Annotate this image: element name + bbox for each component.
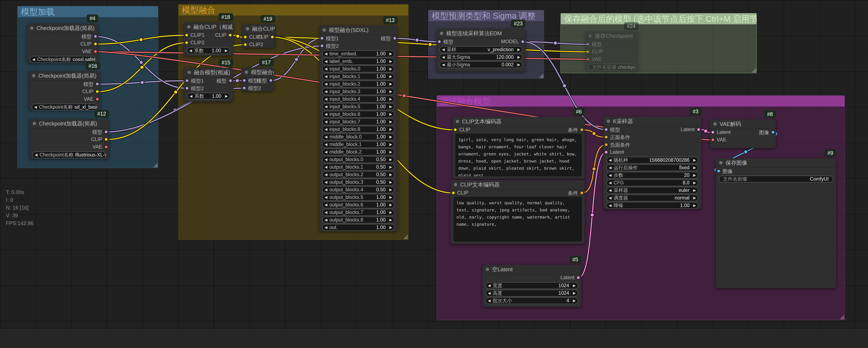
decrement-arrow-icon[interactable]: ◀ — [322, 179, 330, 185]
widget-Checkpoint名称[interactable]: ◀Checkpoint名称Illustrious-XL-v0.1.safeten… — [32, 151, 106, 158]
increment-arrow-icon[interactable]: ▶ — [387, 96, 394, 102]
input-port-VAE[interactable] — [711, 138, 715, 142]
node-title-bar[interactable]: K采样器 — [603, 117, 702, 126]
node-13[interactable]: 模型融合(SDXL)模型1模型2模型◀time_embed.1.00▶◀labe… — [319, 25, 398, 231]
decrement-arrow-icon[interactable]: ◀ — [322, 225, 330, 231]
widget-input_blocks.4[interactable]: ◀input_blocks.41.00▶ — [322, 96, 395, 103]
increment-arrow-icon[interactable]: ▶ — [691, 187, 698, 194]
decrement-arrow-icon[interactable]: ◀ — [322, 172, 330, 178]
increment-arrow-icon[interactable]: ▶ — [571, 298, 578, 304]
collapse-dot-icon[interactable] — [713, 122, 717, 126]
increment-arrow-icon[interactable]: ▶ — [571, 290, 578, 296]
decrement-arrow-icon[interactable]: ◀ — [486, 283, 493, 289]
increment-arrow-icon[interactable]: ▶ — [387, 187, 394, 193]
increment-arrow-icon[interactable]: ▶ — [387, 51, 394, 57]
decrement-arrow-icon[interactable]: ◀ — [322, 134, 330, 140]
increment-arrow-icon[interactable]: ▶ — [387, 194, 394, 200]
increment-arrow-icon[interactable]: ▶ — [387, 111, 394, 117]
node-16[interactable]: Checkpoint加载器(简易)模型CLIPVAE◀Checkpoint名称s… — [29, 71, 100, 110]
increment-arrow-icon[interactable]: ▶ — [387, 134, 394, 140]
increment-arrow-icon[interactable]: ▶ — [387, 202, 394, 208]
wire-midpoint-dot[interactable] — [704, 129, 708, 133]
input-port-Latent[interactable] — [711, 130, 715, 134]
wire-midpoint-dot[interactable] — [563, 84, 566, 88]
decrement-arrow-icon[interactable]: ◀ — [486, 290, 493, 296]
widget-output_blocks.0[interactable]: ◀output_blocks.00.50▶ — [322, 156, 395, 163]
increment-arrow-icon[interactable]: ▶ — [387, 172, 394, 178]
increment-arrow-icon[interactable]: ▶ — [691, 180, 698, 186]
wire-midpoint-dot[interactable] — [174, 90, 178, 94]
node-title-bar[interactable]: Checkpoint加载器(简易) — [27, 24, 98, 33]
collapse-dot-icon[interactable] — [32, 74, 35, 78]
decrement-arrow-icon[interactable]: ◀ — [322, 66, 330, 72]
widget-middle_block.0[interactable]: ◀middle_block.01.00▶ — [322, 134, 395, 140]
input-port-模型1[interactable] — [320, 36, 324, 40]
collapse-dot-icon[interactable] — [187, 25, 190, 29]
increment-arrow-icon[interactable]: ▶ — [223, 93, 230, 99]
node-title-bar[interactable]: Checkpoint加载器(简易) — [29, 119, 109, 128]
node-title-bar[interactable]: Checkpoint加载器(简易) — [29, 71, 100, 81]
output-port-模型[interactable] — [95, 82, 99, 86]
widget-随机种[interactable]: ◀随机种156680208700286▶ — [606, 157, 699, 164]
input-port-CLIP1[interactable] — [243, 35, 247, 39]
widget-高度[interactable]: ◀高度1024▶ — [485, 290, 578, 297]
decrement-arrow-icon[interactable]: ◀ — [322, 74, 330, 80]
widget-output_blocks.6[interactable]: ◀output_blocks.61.00▶ — [322, 201, 395, 208]
increment-arrow-icon[interactable]: ▶ — [691, 202, 698, 208]
wire-midpoint-dot[interactable] — [139, 38, 143, 41]
node-title-bar[interactable]: 保存图像 — [716, 158, 836, 168]
widget-最小Sigma[interactable]: ◀最小Sigma0.002▶ — [439, 61, 523, 68]
widget-最大Sigma[interactable]: ◀最大Sigma120.000▶ — [439, 54, 523, 61]
decrement-arrow-icon[interactable]: ◀ — [322, 119, 330, 125]
decrement-arrow-icon[interactable]: ◀ — [322, 141, 330, 147]
increment-arrow-icon[interactable]: ▶ — [691, 195, 698, 201]
output-port-CLIP[interactable] — [228, 33, 232, 37]
increment-arrow-icon[interactable]: ▶ — [691, 157, 698, 163]
widget-步数[interactable]: ◀步数20▶ — [606, 172, 699, 179]
output-port-模型[interactable] — [228, 79, 232, 83]
decrement-arrow-icon[interactable]: ◀ — [440, 62, 447, 68]
widget-input_blocks.7[interactable]: ◀input_blocks.71.00▶ — [322, 118, 395, 125]
output-port-CLIP[interactable] — [270, 35, 274, 39]
wire-midpoint-dot[interactable] — [140, 61, 143, 64]
widget-input_blocks.5[interactable]: ◀input_blocks.51.00▶ — [322, 103, 395, 110]
input-port-CLIP[interactable] — [453, 128, 457, 132]
wire-midpoint-dot[interactable] — [236, 79, 239, 83]
widget-input_blocks.1[interactable]: ◀input_blocks.11.00▶ — [322, 73, 395, 80]
decrement-arrow-icon[interactable]: ◀ — [322, 96, 330, 102]
decrement-arrow-icon[interactable]: ◀ — [187, 48, 194, 54]
wire-midpoint-dot[interactable] — [294, 58, 299, 61]
widget-input_blocks.3[interactable]: ◀input_blocks.31.00▶ — [322, 88, 395, 95]
input-port-CLIP2[interactable] — [243, 42, 247, 47]
output-port-Latent[interactable] — [696, 127, 701, 132]
node-7[interactable]: CLIP文本编码器CLIP条件low quality, worst qualit… — [451, 180, 585, 244]
increment-arrow-icon[interactable]: ▶ — [515, 54, 522, 60]
collapse-dot-icon[interactable] — [456, 120, 459, 123]
node-12[interactable]: Checkpoint加载器(简易)模型CLIPVAE◀Checkpoint名称I… — [29, 119, 109, 159]
decrement-arrow-icon[interactable]: ◀ — [322, 126, 330, 133]
input-port-模型2[interactable] — [185, 86, 189, 90]
node-title-bar[interactable]: 融合CLIP（相加） — [243, 24, 275, 34]
node-title-bar[interactable]: 融合模型(相减) — [184, 68, 233, 78]
wire-midpoint-dot[interactable] — [590, 213, 594, 217]
decrement-arrow-icon[interactable]: ◀ — [322, 81, 330, 87]
input-port-模型1[interactable] — [242, 79, 246, 82]
graph-canvas[interactable]: 模型加载模型融合模型预测类型和 Sigma 调整保存融合后的模型 (选中该节点后… — [0, 0, 868, 348]
collapse-dot-icon[interactable] — [454, 183, 457, 186]
increment-arrow-icon[interactable]: ▶ — [691, 165, 698, 171]
output-port-模型[interactable] — [104, 130, 108, 134]
node-title-bar[interactable]: 模型融合(SDXL) — [319, 25, 398, 35]
decrement-arrow-icon[interactable]: ◀ — [322, 89, 330, 95]
wire-midpoint-dot[interactable] — [402, 94, 406, 98]
widget-label_emb.[interactable]: ◀label_emb.1.00▶ — [322, 58, 395, 65]
output-port-条件[interactable] — [580, 191, 584, 195]
collapse-dot-icon[interactable] — [486, 268, 489, 271]
increment-arrow-icon[interactable]: ▶ — [515, 47, 522, 53]
output-port-VAE[interactable] — [104, 145, 108, 149]
widget-批次大小[interactable]: ◀批次大小4▶ — [485, 297, 578, 304]
decrement-arrow-icon[interactable]: ◀ — [322, 187, 330, 193]
node-19[interactable]: 融合CLIP（相加）CLIP1CLIP2CLIP — [243, 24, 275, 48]
decrement-arrow-icon[interactable]: ◀ — [607, 157, 614, 163]
collapse-dot-icon[interactable] — [188, 71, 191, 74]
input-port-Latent[interactable] — [604, 150, 608, 154]
